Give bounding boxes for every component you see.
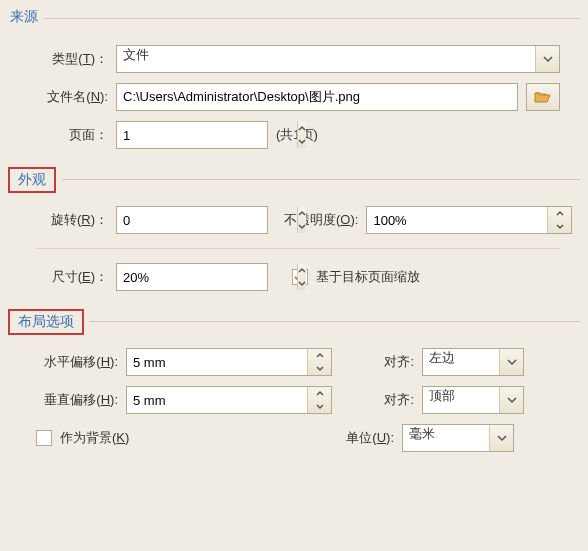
spinner-opacity[interactable] xyxy=(366,206,572,234)
label-rotation: 旋转(R)： xyxy=(36,211,108,229)
input-filename-value[interactable] xyxy=(117,84,517,110)
spinner-v-offset[interactable] xyxy=(126,386,332,414)
spinner-v-offset-value[interactable] xyxy=(127,387,307,413)
select-unit[interactable]: 毫米 xyxy=(402,424,514,452)
spinner-opacity-value[interactable] xyxy=(367,207,547,233)
label-as-background: 作为背景(K) xyxy=(60,429,129,447)
select-h-align-value: 左边 xyxy=(423,349,499,375)
label-v-offset: 垂直偏移(H): xyxy=(36,391,118,409)
spinner-arrows[interactable] xyxy=(307,387,331,413)
label-h-offset: 水平偏移(H): xyxy=(36,353,118,371)
spinner-page[interactable] xyxy=(116,121,268,149)
select-type-value: 文件 xyxy=(117,46,535,72)
group-source: 来源 类型(T)： 文件 文件名(N): xyxy=(8,6,580,157)
label-scale-to-target: 基于目标页面缩放 xyxy=(316,268,420,286)
spinner-arrows[interactable] xyxy=(297,264,306,290)
group-title-appearance: 外观 xyxy=(8,167,56,193)
open-folder-icon xyxy=(534,90,552,104)
spinner-rotation[interactable] xyxy=(116,206,268,234)
spinner-h-offset[interactable] xyxy=(126,348,332,376)
select-unit-value: 毫米 xyxy=(403,425,489,451)
divider xyxy=(90,321,580,322)
divider xyxy=(44,18,580,19)
group-title-layout: 布局选项 xyxy=(8,309,84,335)
divider xyxy=(62,179,580,180)
label-filename: 文件名(N): xyxy=(36,88,108,106)
spinner-page-value[interactable] xyxy=(117,122,297,148)
select-h-align[interactable]: 左边 xyxy=(422,348,524,376)
label-page: 页面： xyxy=(36,126,108,144)
spinner-arrows[interactable] xyxy=(547,207,571,233)
group-source-body: 类型(T)： 文件 文件名(N): 页面： xyxy=(8,45,580,157)
spinner-arrows[interactable] xyxy=(297,122,306,148)
divider xyxy=(36,248,560,249)
group-layout-body: 水平偏移(H): 对齐: 左边 垂直偏移(H): xyxy=(8,348,580,460)
label-v-align: 对齐: xyxy=(340,391,414,409)
spinner-size-value[interactable] xyxy=(117,264,297,290)
group-appearance-body: 旋转(R)： 不透明度(O): 尺寸(E)： xyxy=(8,206,580,299)
chevron-down-icon xyxy=(489,425,513,451)
label-unit: 单位(U): xyxy=(320,429,394,447)
group-appearance: 外观 旋转(R)： 不透明度(O): 尺 xyxy=(8,167,580,299)
select-v-align[interactable]: 顶部 xyxy=(422,386,524,414)
chevron-down-icon xyxy=(535,46,559,72)
spinner-arrows[interactable] xyxy=(307,349,331,375)
chevron-down-icon xyxy=(499,387,523,413)
spinner-size[interactable] xyxy=(116,263,268,291)
select-type[interactable]: 文件 xyxy=(116,45,560,73)
checkbox-as-background[interactable] xyxy=(36,430,52,446)
group-title-source: 来源 xyxy=(8,6,38,32)
label-size: 尺寸(E)： xyxy=(36,268,108,286)
select-v-align-value: 顶部 xyxy=(423,387,499,413)
input-filename[interactable] xyxy=(116,83,518,111)
chevron-down-icon xyxy=(499,349,523,375)
label-type: 类型(T)： xyxy=(36,50,108,68)
spinner-arrows[interactable] xyxy=(297,207,306,233)
label-h-align: 对齐: xyxy=(340,353,414,371)
browse-button[interactable] xyxy=(526,83,560,111)
spinner-h-offset-value[interactable] xyxy=(127,349,307,375)
group-layout: 布局选项 水平偏移(H): 对齐: 左边 xyxy=(8,309,580,460)
spinner-rotation-value[interactable] xyxy=(117,207,297,233)
